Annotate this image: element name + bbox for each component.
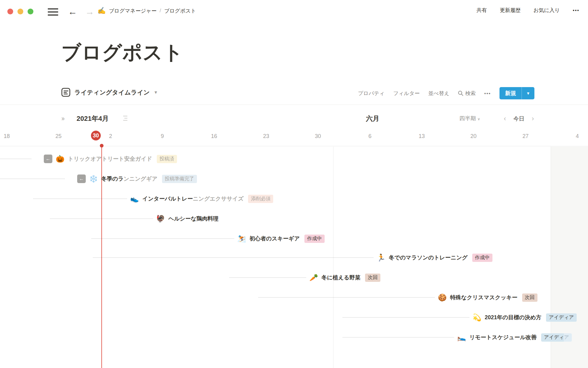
timeline-zoom-selector[interactable]: 四半期 ∨ [459, 115, 480, 122]
notion-window: ← → ✍️ ブログマネージャー / ブログポスト 共有 更新履歴 お気に入り … [0, 0, 588, 368]
today-dot [100, 144, 104, 148]
runner-icon: 🏃 [377, 254, 386, 261]
close-window-button[interactable] [7, 9, 13, 14]
jump-to-card-button[interactable]: ← [77, 174, 86, 183]
shooting-star-icon: 💫 [473, 314, 481, 321]
card-title: インターバルトレーニングエクササイズ [142, 195, 244, 202]
timeline-body: ← 🎃 トリックオアトリート安全ガイド 投稿済 ← ❄️ 冬季のランニングギア … [0, 147, 588, 368]
breadcrumb: ✍️ ブログマネージャー / ブログポスト [97, 7, 196, 15]
timeline-card[interactable]: ← ❄️ 冬季のランニングギア 投稿準備完了 [0, 171, 201, 187]
more-options-icon[interactable]: ••• [573, 8, 579, 13]
date-label: 20 [470, 133, 477, 140]
date-label: 30 [315, 133, 321, 140]
date-label: 18 [4, 133, 10, 140]
card-title: 特殊なクリスマスクッキー [450, 294, 518, 301]
turkey-icon: 🦃 [156, 215, 165, 222]
card-title: 冬でのマラソンのトレーニング [389, 254, 468, 261]
forward-arrow-icon[interactable]: → [85, 6, 94, 18]
chevron-down-icon: ∨ [477, 117, 480, 121]
search-button[interactable]: 検索 [458, 90, 476, 97]
bed-icon: 🛌 [457, 334, 466, 341]
view-bar: ライティングタイムライン ▼ プロパティ フィルター 並べ替え 検索 ••• 新… [0, 83, 588, 105]
status-badge: 次回 [522, 293, 537, 302]
status-badge: 投稿準備完了 [162, 175, 197, 183]
today-button[interactable]: 今日 [513, 115, 524, 122]
pumpkin-icon: 🎃 [56, 155, 65, 163]
breadcrumb-current[interactable]: ブログポスト [164, 7, 196, 14]
page-title[interactable]: ブログポスト [61, 39, 183, 66]
search-icon [458, 90, 463, 96]
carrot-icon: 🥕 [309, 274, 318, 281]
back-arrow-icon[interactable]: ← [68, 6, 77, 18]
timeline-card[interactable]: ⛷️ 初心者のスキーギア 作成中 [87, 231, 329, 247]
status-badge: アイディア [546, 313, 577, 322]
left-arrow-icon: ← [46, 156, 51, 161]
timeline-card[interactable]: 🥕 冬に植える野菜 次回 [225, 270, 385, 286]
date-label: 16 [211, 133, 217, 140]
timeline-card[interactable]: ← 🎃 トリックオアトリート安全ガイド 投稿済 [0, 151, 181, 167]
minimize-window-button[interactable] [17, 9, 23, 14]
sidebar-toggle-icon[interactable] [48, 8, 58, 16]
cookie-icon: 🍪 [438, 294, 447, 301]
timeline-view-icon [61, 88, 70, 97]
updates-button[interactable]: 更新履歴 [500, 7, 521, 14]
previous-period-icon[interactable]: ‹ [504, 114, 506, 123]
card-title: 2021年の目標の決め方 [485, 314, 541, 321]
status-badge: 次回 [365, 274, 380, 282]
date-label-today: 30 [91, 131, 101, 140]
timeline-card[interactable]: 🏃 冬でのマラソンのトレーニング 作成中 [89, 250, 497, 266]
date-label: 6 [368, 133, 371, 140]
window-controls [7, 9, 33, 14]
date-label: 27 [522, 133, 529, 140]
new-entry-chevron-icon[interactable]: ▼ [522, 87, 534, 99]
card-title: リモートスケジュール改善 [469, 334, 537, 341]
card-title: 冬季のランニングギア [101, 175, 157, 182]
card-title: 冬に植える野菜 [322, 274, 360, 281]
date-label: 9 [161, 133, 164, 140]
date-row: 1825302916233061320274 [0, 131, 588, 144]
sort-button[interactable]: 並べ替え [428, 90, 450, 97]
card-title: トリックオアトリート安全ガイド [68, 155, 152, 163]
properties-button[interactable]: プロパティ [358, 90, 385, 97]
view-more-icon[interactable]: ••• [484, 91, 491, 96]
maximize-window-button[interactable] [28, 9, 33, 14]
timeline-card[interactable]: 🍪 特殊なクリスマスクッキー 次回 [254, 289, 542, 305]
left-arrow-icon: ← [79, 176, 84, 181]
view-toolbar: プロパティ フィルター 並べ替え 検索 ••• 新規 ▼ [358, 86, 534, 101]
timeline-card[interactable]: 👟 インターバルトレーニングエクササイズ 添削必須 [29, 191, 277, 207]
breadcrumb-separator: / [160, 8, 161, 14]
new-entry-button[interactable]: 新規 ▼ [499, 87, 534, 99]
date-label: 4 [576, 133, 579, 140]
timeline-card[interactable]: 🛌 リモートスケジュール改善 アイディア [338, 329, 576, 345]
status-badge: 作成中 [304, 235, 325, 243]
date-label: 23 [263, 133, 269, 140]
next-period-icon[interactable]: › [532, 114, 534, 123]
timeline-card[interactable]: 🦃 ヘルシーな鶏肉料理 [46, 211, 223, 227]
status-badge: 投稿済 [157, 155, 177, 163]
snowflake-icon: ❄️ [89, 175, 98, 182]
card-title: 初心者のスキーギア [250, 235, 300, 242]
view-name: ライティングタイムライン [74, 88, 150, 97]
jump-to-card-button[interactable]: ← [44, 155, 52, 163]
new-entry-label: 新規 [499, 87, 522, 99]
date-label: 2 [109, 133, 112, 140]
skier-icon: ⛷️ [237, 235, 246, 242]
timeline-month-right: 六月 [366, 114, 379, 123]
breadcrumb-parent[interactable]: ブログマネージャー [109, 7, 156, 14]
window-topbar: ← → ✍️ ブログマネージャー / ブログポスト 共有 更新履歴 お気に入り … [0, 0, 588, 23]
timeline-card[interactable]: 💫 2021年の目標の決め方 アイディア [338, 309, 581, 325]
status-badge: アイディア [541, 333, 572, 342]
chevron-down-icon: ▼ [154, 90, 158, 95]
timeline-header: ›› 2021年4月 六月 四半期 ∨ ‹ 今日 › 1825302916233… [0, 105, 588, 146]
view-selector[interactable]: ライティングタイムライン ▼ [61, 88, 158, 97]
scroll-indicator-icon [122, 116, 127, 122]
timeline-month-left: 2021年4月 [77, 114, 109, 123]
date-label: 13 [419, 133, 425, 140]
filter-button[interactable]: フィルター [393, 90, 420, 97]
card-title: ヘルシーな鶏肉料理 [168, 215, 219, 222]
status-badge: 添削必須 [248, 195, 273, 203]
status-badge: 作成中 [472, 254, 492, 262]
favorite-button[interactable]: お気に入り [533, 7, 560, 14]
share-button[interactable]: 共有 [477, 7, 487, 14]
fast-forward-icon[interactable]: ›› [61, 115, 64, 123]
